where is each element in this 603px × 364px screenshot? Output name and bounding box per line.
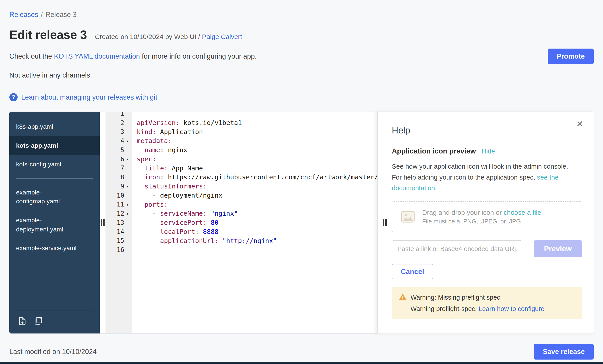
gutter-line: 6▾ xyxy=(105,154,132,164)
line-number: 4 xyxy=(112,137,124,144)
page-title: Edit release 3 xyxy=(9,28,87,42)
new-file-icon[interactable] xyxy=(34,316,43,327)
upload-file-icon[interactable] xyxy=(17,316,27,327)
save-release-button[interactable]: Save release xyxy=(534,344,594,360)
fold-arrow-icon[interactable]: ▾ xyxy=(124,202,131,207)
code-line: spec: xyxy=(137,154,377,164)
kots-docs-link[interactable]: KOTS YAML documentation xyxy=(54,52,140,60)
dropzone-line2: File must be a .PNG, .JPEG, or .JPG xyxy=(422,218,541,225)
git-help-link[interactable]: Learn about managing your releases with … xyxy=(21,93,157,101)
breadcrumb-releases-link[interactable]: Releases xyxy=(9,11,38,19)
line-number: 16 xyxy=(112,246,124,254)
title-row: Edit release 3 Created on 10/10/2024 by … xyxy=(9,28,594,42)
fold-arrow-icon[interactable]: ▾ xyxy=(124,211,131,216)
sidebar-divider xyxy=(16,178,93,179)
hide-link[interactable]: Hide xyxy=(482,148,495,155)
created-info: Created on 10/10/2024 by Web UI / Paige … xyxy=(95,33,242,41)
fold-arrow-icon[interactable]: ▾ xyxy=(124,184,131,189)
line-number: 13 xyxy=(112,219,124,226)
sidebar-file-item[interactable]: kots-config.yaml xyxy=(9,155,100,174)
icon-url-input[interactable] xyxy=(392,240,522,257)
sidebar-file-item[interactable]: example-configmap.yaml xyxy=(9,183,100,211)
code-line: kind: Application xyxy=(137,127,377,137)
image-icon xyxy=(400,210,416,224)
sidebar-file-item[interactable]: example-deployment.yaml xyxy=(9,211,100,239)
close-icon[interactable]: ✕ xyxy=(576,120,583,128)
gutter-line: 1 xyxy=(105,112,132,118)
code-line: - serviceName: "nginx" xyxy=(137,209,377,218)
code-line: title: App Name xyxy=(137,164,377,173)
warning-text: Warning preflight-spec. xyxy=(411,305,477,312)
grip-bar xyxy=(383,219,384,226)
line-number: 6 xyxy=(112,155,124,163)
line-number: 3 xyxy=(112,128,124,135)
sidebar-file-item[interactable]: example-service.yaml xyxy=(9,239,100,258)
created-text: Created on 10/10/2024 by Web UI / xyxy=(95,33,200,40)
breadcrumb: Releases/Release 3 xyxy=(9,11,594,19)
sidebar-actions xyxy=(9,316,100,327)
choose-file-link[interactable]: choose a file xyxy=(504,209,541,216)
gutter-line: 15 xyxy=(105,236,132,245)
dropzone-text: Drag and drop your icon or choose a file… xyxy=(422,209,541,225)
file-list-primary: k8s-app.yamlkots-app.yamlkots-config.yam… xyxy=(9,117,100,174)
dropzone-line1-text: Drag and drop your icon or xyxy=(422,209,502,216)
sidebar-footer-divider xyxy=(16,310,93,310)
gutter-line: 3 xyxy=(105,127,132,137)
gutter-line: 13 xyxy=(105,218,132,227)
doc-text: Check out the KOTS YAML documentation fo… xyxy=(9,52,257,60)
sidebar-file-item[interactable]: k8s-app.yaml xyxy=(9,117,100,136)
yaml-editor[interactable]: 1234▾56▾789▾1011▾12▾13141516 ---apiVersi… xyxy=(105,112,377,333)
code-line: applicationUrl: "http://nginx" xyxy=(137,236,377,245)
fold-arrow-icon[interactable]: ▾ xyxy=(124,156,131,162)
warning-icon xyxy=(399,293,406,302)
fold-arrow-icon[interactable]: ▾ xyxy=(124,138,131,144)
icon-dropzone[interactable]: Drag and drop your icon or choose a file… xyxy=(392,201,582,232)
sidebar-file-item[interactable]: kots-app.yaml xyxy=(9,136,100,155)
channel-status: Not active in any channels xyxy=(9,71,594,79)
help-description: See how your application icon will look … xyxy=(392,161,570,194)
gutter-line: 10 xyxy=(105,191,132,200)
code-line xyxy=(137,245,377,254)
line-number: 7 xyxy=(112,165,124,172)
breadcrumb-separator: / xyxy=(41,11,43,19)
gutter-line: 7 xyxy=(105,164,132,173)
edit-release-page: Releases/Release 3 Edit release 3 Create… xyxy=(0,0,603,364)
line-number: 14 xyxy=(112,228,124,235)
git-help-row: ? Learn about managing your releases wit… xyxy=(9,93,594,101)
editor-gutter: 1234▾56▾789▾1011▾12▾13141516 xyxy=(105,112,132,333)
author-link[interactable]: Paige Calvert xyxy=(202,33,242,40)
question-icon: ? xyxy=(9,93,18,101)
code-line: --- xyxy=(137,112,377,118)
preview-button[interactable]: Preview xyxy=(534,240,582,257)
editor-code[interactable]: ---apiVersion: kots.io/v1beta1kind: Appl… xyxy=(132,112,377,333)
file-sidebar: k8s-app.yamlkots-app.yamlkots-config.yam… xyxy=(9,112,100,333)
bottom-bar xyxy=(0,362,603,364)
gutter-line: 5 xyxy=(105,145,132,154)
gutter-line: 8 xyxy=(105,173,132,182)
code-line: statusInformers: xyxy=(137,182,377,191)
icon-url-row: Preview xyxy=(392,240,582,257)
doc-row: Check out the KOTS YAML documentation fo… xyxy=(9,49,594,64)
line-number: 10 xyxy=(112,192,124,199)
line-number: 5 xyxy=(112,146,124,154)
line-number: 1 xyxy=(112,112,124,117)
line-number: 2 xyxy=(112,119,124,127)
gutter-line: 2 xyxy=(105,118,132,127)
warning-row-1: Warning: Missing preflight spec xyxy=(399,293,575,302)
icon-preview-heading: Application icon preview xyxy=(392,147,476,155)
gutter-line: 16 xyxy=(105,245,132,254)
cancel-button[interactable]: Cancel xyxy=(392,264,433,279)
gutter-line: 9▾ xyxy=(105,182,132,191)
sidebar-resize-handle[interactable] xyxy=(100,112,105,333)
configure-preflight-link[interactable]: Learn how to configure xyxy=(479,305,544,312)
gutter-line: 4▾ xyxy=(105,136,132,145)
code-line: apiVersion: kots.io/v1beta1 xyxy=(137,118,377,127)
line-number: 8 xyxy=(112,174,124,181)
promote-button[interactable]: Promote xyxy=(548,49,594,64)
doc-text-suffix: for more info on configuring your app. xyxy=(142,52,257,60)
help-resize-handle[interactable] xyxy=(383,219,387,226)
code-line: - deployment/nginx xyxy=(137,191,377,200)
sidebar-footer xyxy=(9,310,100,327)
help-title: Help xyxy=(392,125,582,135)
breadcrumb-current: Release 3 xyxy=(46,11,77,19)
